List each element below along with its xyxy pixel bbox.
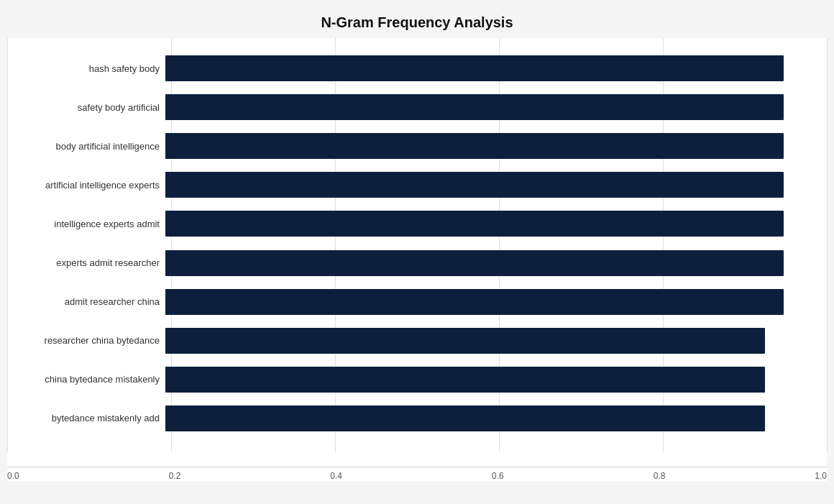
bar	[165, 367, 765, 393]
bar-row: intelligence experts admit	[165, 207, 784, 240]
bar-label: experts admit researcher	[9, 257, 160, 268]
bar	[165, 250, 784, 276]
bar-label: bytedance mistakenly add	[9, 413, 160, 423]
bar	[165, 289, 784, 315]
bar-row: researcher china bytedance	[165, 324, 784, 357]
x-tick: 0.4	[330, 471, 342, 481]
bar	[165, 211, 784, 237]
bars-wrapper: hash safety bodysafety body artificialbo…	[165, 49, 784, 438]
grid-line	[7, 38, 8, 452]
chart-title: N-Gram Frequency Analysis	[7, 14, 827, 31]
bar-label: hash safety body	[9, 63, 160, 74]
bar	[165, 172, 784, 198]
bar-row: body artificial intelligence	[165, 129, 784, 162]
chart-container: N-Gram Frequency Analysis hash safety bo…	[0, 0, 834, 504]
x-tick: 0.2	[169, 471, 181, 481]
bar	[165, 55, 784, 81]
bar-label: china bytedance mistakenly	[9, 374, 160, 385]
x-tick: 0.0	[7, 471, 19, 481]
bar	[165, 328, 765, 354]
bar-row: safety body artificial	[165, 91, 784, 124]
grid-line	[827, 38, 828, 452]
bar-row: china bytedance mistakenly	[165, 363, 784, 396]
bar-row: experts admit researcher	[165, 247, 784, 280]
bar	[165, 406, 765, 431]
bar-row: bytedance mistakenly add	[165, 402, 784, 435]
bar-label: safety body artificial	[9, 102, 160, 113]
bar-label: admit researcher china	[9, 296, 160, 307]
bar	[165, 94, 784, 120]
bar-label: researcher china bytedance	[9, 335, 160, 346]
x-axis: 0.00.20.40.60.81.0	[7, 467, 827, 481]
bar-label: intelligence experts admit	[9, 219, 160, 229]
bar-label: artificial intelligence experts	[9, 180, 160, 191]
x-tick: 0.6	[492, 471, 504, 481]
bar-row: admit researcher china	[165, 285, 784, 319]
bar-row: hash safety body	[165, 52, 784, 85]
chart-area: hash safety bodysafety body artificialbo…	[7, 38, 827, 481]
bar-label: body artificial intelligence	[9, 141, 160, 152]
x-tick: 1.0	[815, 471, 827, 481]
bar	[165, 133, 784, 159]
bar-row: artificial intelligence experts	[165, 168, 784, 201]
x-tick: 0.8	[654, 471, 666, 481]
